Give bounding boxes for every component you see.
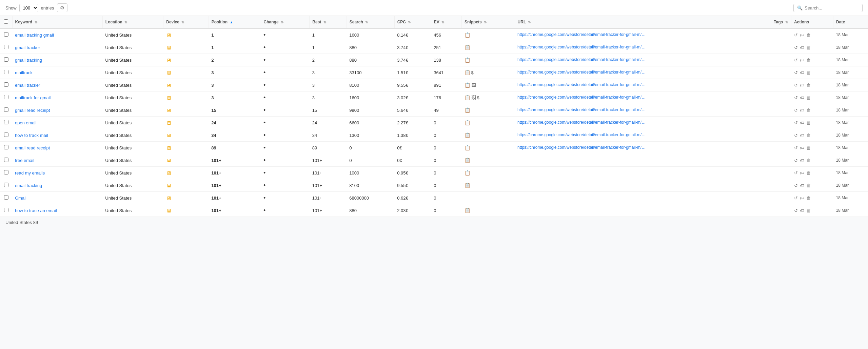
tag-icon[interactable]: 🏷 [800,120,804,125]
keyword-link[interactable]: mailtrack [15,70,33,75]
keyword-link[interactable]: read my emails [15,170,45,176]
tag-icon[interactable]: 🏷 [800,183,804,188]
url-link[interactable]: https://chrome.google.com/webstore/detai… [517,70,646,75]
tag-icon[interactable]: 🏷 [800,208,804,213]
refresh-icon[interactable]: ↺ [794,145,798,150]
keyword-link[interactable]: Gmail [15,196,26,201]
delete-icon[interactable]: 🗑 [806,95,811,100]
url-link[interactable]: https://chrome.google.com/webstore/detai… [517,120,646,125]
url-link[interactable]: https://chrome.google.com/webstore/detai… [517,32,646,37]
delete-icon[interactable]: 🗑 [806,83,811,88]
keyword-link[interactable]: free email [15,158,34,163]
row-checkbox[interactable] [4,183,8,187]
refresh-icon[interactable]: ↺ [794,58,798,63]
delete-icon[interactable]: 🗑 [806,208,811,213]
refresh-icon[interactable]: ↺ [794,120,798,125]
url-link[interactable]: https://chrome.google.com/webstore/detai… [517,145,646,150]
refresh-icon[interactable]: ↺ [794,196,798,201]
keyword-link[interactable]: mailtrack for gmail [15,95,51,100]
delete-icon[interactable]: 🗑 [806,45,811,50]
refresh-icon[interactable]: ↺ [794,70,798,75]
col-snippets[interactable]: Snippets ⇅ [462,16,515,28]
row-checkbox[interactable] [4,170,8,174]
row-checkbox[interactable] [4,57,8,62]
select-all-checkbox[interactable] [4,19,8,24]
url-link[interactable]: https://chrome.google.com/webstore/detai… [517,82,646,87]
delete-icon[interactable]: 🗑 [806,33,811,38]
delete-icon[interactable]: 🗑 [806,170,811,176]
row-checkbox[interactable] [4,208,8,212]
entries-select[interactable]: 100 10 25 50 [19,4,38,12]
col-change[interactable]: Change ⇅ [261,16,310,28]
row-checkbox[interactable] [4,32,8,37]
delete-icon[interactable]: 🗑 [806,183,811,188]
tag-icon[interactable]: 🏷 [800,83,804,88]
row-checkbox[interactable] [4,195,8,200]
tag-icon[interactable]: 🏷 [800,58,804,63]
tag-icon[interactable]: 🏷 [800,70,804,75]
refresh-icon[interactable]: ↺ [794,33,798,38]
refresh-icon[interactable]: ↺ [794,208,798,213]
url-link[interactable]: https://chrome.google.com/webstore/detai… [517,107,646,112]
delete-icon[interactable]: 🗑 [806,158,811,163]
col-keyword[interactable]: Keyword ⇅ [12,16,102,28]
search-input[interactable] [805,5,859,11]
refresh-icon[interactable]: ↺ [794,95,798,100]
tag-icon[interactable]: 🏷 [800,45,804,50]
tag-icon[interactable]: 🏷 [800,170,804,176]
col-url[interactable]: URL ⇅ [515,16,771,28]
refresh-icon[interactable]: ↺ [794,183,798,188]
delete-icon[interactable]: 🗑 [806,145,811,150]
delete-icon[interactable]: 🗑 [806,70,811,75]
tag-icon[interactable]: 🏷 [800,95,804,100]
tag-icon[interactable]: 🏷 [800,145,804,150]
gear-button[interactable]: ⚙ [57,3,67,12]
refresh-icon[interactable]: ↺ [794,170,798,176]
tag-icon[interactable]: 🏷 [800,133,804,138]
row-checkbox[interactable] [4,132,8,137]
url-link[interactable]: https://chrome.google.com/webstore/detai… [517,132,646,137]
col-best[interactable]: Best ⇅ [310,16,347,28]
refresh-icon[interactable]: ↺ [794,133,798,138]
delete-icon[interactable]: 🗑 [806,58,811,63]
col-position[interactable]: Position ▲ [209,16,261,28]
keyword-link[interactable]: email tracking [15,183,42,188]
refresh-icon[interactable]: ↺ [794,45,798,50]
row-checkbox[interactable] [4,45,8,49]
keyword-link[interactable]: gmail read receipt [15,108,50,113]
url-link[interactable]: https://chrome.google.com/webstore/detai… [517,57,646,62]
col-location[interactable]: Location ⇅ [102,16,163,28]
delete-icon[interactable]: 🗑 [806,108,811,113]
row-checkbox[interactable] [4,70,8,74]
col-tags[interactable]: Tags ⇅ [771,16,791,28]
row-checkbox[interactable] [4,120,8,124]
keyword-link[interactable]: gmail tracker [15,45,40,50]
tag-icon[interactable]: 🏷 [800,108,804,113]
url-link[interactable]: https://chrome.google.com/webstore/detai… [517,45,646,49]
keyword-link[interactable]: gmail tracking [15,58,42,63]
refresh-icon[interactable]: ↺ [794,108,798,113]
delete-icon[interactable]: 🗑 [806,120,811,125]
col-device[interactable]: Device ⇅ [163,16,209,28]
delete-icon[interactable]: 🗑 [806,133,811,138]
refresh-icon[interactable]: ↺ [794,158,798,163]
keyword-link[interactable]: email tracker [15,83,40,88]
refresh-icon[interactable]: ↺ [794,83,798,88]
keyword-link[interactable]: how to track mail [15,133,48,138]
row-checkbox[interactable] [4,95,8,99]
col-cpc[interactable]: CPC ⇅ [394,16,431,28]
keyword-link[interactable]: open email [15,120,37,125]
row-checkbox[interactable] [4,145,8,149]
col-search[interactable]: Search ⇅ [347,16,394,28]
col-ev[interactable]: EV ⇅ [431,16,461,28]
tag-icon[interactable]: 🏷 [800,158,804,163]
row-checkbox[interactable] [4,107,8,112]
keyword-link[interactable]: email tracking gmail [15,33,54,38]
tag-icon[interactable]: 🏷 [800,33,804,38]
delete-icon[interactable]: 🗑 [806,196,811,201]
tag-icon[interactable]: 🏷 [800,196,804,201]
keyword-link[interactable]: how to trace an email [15,208,57,213]
keyword-link[interactable]: email read receipt [15,145,50,150]
url-link[interactable]: https://chrome.google.com/webstore/detai… [517,95,646,100]
row-checkbox[interactable] [4,82,8,87]
